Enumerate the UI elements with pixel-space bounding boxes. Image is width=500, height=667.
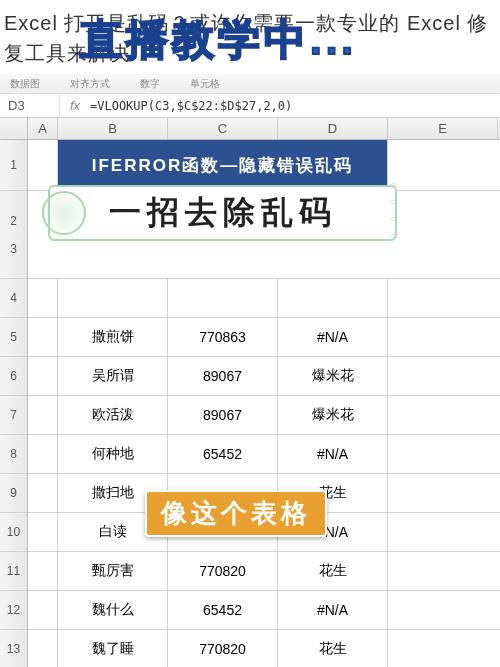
- row-header[interactable]: 12: [0, 591, 28, 629]
- col-header-B[interactable]: B: [58, 118, 168, 139]
- select-all[interactable]: [0, 118, 28, 139]
- table-row: 23 一招去除乱码: [0, 191, 500, 279]
- row-header[interactable]: 4: [0, 279, 28, 317]
- table-row: 11 甄厉害 770820 花生: [0, 552, 500, 591]
- cell[interactable]: 89067: [168, 396, 278, 434]
- cell[interactable]: 770820: [168, 552, 278, 590]
- column-headers: A B C D E: [0, 118, 500, 140]
- cell[interactable]: 魏什么: [58, 591, 168, 629]
- cell[interactable]: 770820: [168, 630, 278, 667]
- cell[interactable]: [28, 140, 58, 190]
- cell[interactable]: [28, 513, 58, 551]
- row-header[interactable]: 1: [0, 140, 28, 190]
- row-header[interactable]: 5: [0, 318, 28, 356]
- row-header[interactable]: 7: [0, 396, 28, 434]
- formula-bar: D3 fx =VLOOKUP(C3,$C$22:$D$27,2,0): [0, 94, 500, 118]
- banner-cell[interactable]: 一招去除乱码: [58, 191, 388, 235]
- col-header-E[interactable]: E: [388, 118, 498, 139]
- table-row: 8 何种地 65452 #N/A: [0, 435, 500, 474]
- title-cell[interactable]: IFERROR函数—隐藏错误乱码: [58, 140, 388, 190]
- row-header[interactable]: 10: [0, 513, 28, 551]
- excel-ribbon-hint: 数据图 对齐方式 数字 单元格: [0, 74, 500, 94]
- row-header[interactable]: 11: [0, 552, 28, 590]
- row-header[interactable]: 9: [0, 474, 28, 512]
- cell[interactable]: [28, 474, 58, 512]
- cell[interactable]: [28, 435, 58, 473]
- cell[interactable]: 花生: [278, 630, 388, 667]
- cell[interactable]: 花生: [278, 552, 388, 590]
- cell[interactable]: 89067: [168, 357, 278, 395]
- cell[interactable]: 770863: [168, 318, 278, 356]
- cell[interactable]: [28, 396, 58, 434]
- cell[interactable]: #N/A: [278, 318, 388, 356]
- row-header[interactable]: 8: [0, 435, 28, 473]
- cell[interactable]: 爆米花: [278, 396, 388, 434]
- table-row: 7 欧活泼 89067 爆米花: [0, 396, 500, 435]
- name-box[interactable]: D3: [0, 94, 60, 117]
- cell[interactable]: [28, 630, 58, 667]
- cell[interactable]: [28, 357, 58, 395]
- cell[interactable]: [28, 318, 58, 356]
- row-header[interactable]: 23: [0, 191, 28, 278]
- row-header[interactable]: 6: [0, 357, 28, 395]
- fx-icon[interactable]: fx: [60, 98, 90, 113]
- cell[interactable]: 魏了睡: [58, 630, 168, 667]
- cell[interactable]: [28, 552, 58, 590]
- col-header-C[interactable]: C: [168, 118, 278, 139]
- cell[interactable]: 65452: [168, 591, 278, 629]
- col-header-A[interactable]: A: [28, 118, 58, 139]
- banner-text: 一招去除乱码: [48, 185, 397, 241]
- overlay-teaching-text: 直播教学中...: [80, 12, 357, 68]
- cell[interactable]: [28, 279, 58, 317]
- table-row: 5 撒煎饼 770863 #N/A: [0, 318, 500, 357]
- row-header[interactable]: 13: [0, 630, 28, 667]
- formula-input[interactable]: =VLOOKUP(C3,$C$22:$D$27,2,0): [90, 99, 500, 113]
- spreadsheet: A B C D E 1 IFERROR函数—隐藏错误乱码 23 一招去除乱码 4: [0, 118, 500, 667]
- cell[interactable]: [278, 279, 388, 317]
- grid: 1 IFERROR函数—隐藏错误乱码 23 一招去除乱码 4 5 撒煎饼: [0, 140, 500, 667]
- table-row: 1 IFERROR函数—隐藏错误乱码: [0, 140, 500, 191]
- cell[interactable]: 吴所谓: [58, 357, 168, 395]
- cell[interactable]: #N/A: [278, 591, 388, 629]
- cell[interactable]: 撒煎饼: [58, 318, 168, 356]
- cell[interactable]: 爆米花: [278, 357, 388, 395]
- cell[interactable]: 欧活泼: [58, 396, 168, 434]
- cell[interactable]: 何种地: [58, 435, 168, 473]
- table-row: 13 魏了睡 770820 花生: [0, 630, 500, 667]
- col-header-D[interactable]: D: [278, 118, 388, 139]
- cell[interactable]: [28, 591, 58, 629]
- cell[interactable]: #N/A: [278, 435, 388, 473]
- table-row: 6 吴所谓 89067 爆米花: [0, 357, 500, 396]
- overlay-yellow-badge: 像这个表格: [145, 490, 327, 537]
- table-row: 4: [0, 279, 500, 318]
- cell[interactable]: 65452: [168, 435, 278, 473]
- cell[interactable]: [58, 279, 168, 317]
- cell[interactable]: 甄厉害: [58, 552, 168, 590]
- cell[interactable]: [168, 279, 278, 317]
- table-row: 12 魏什么 65452 #N/A: [0, 591, 500, 630]
